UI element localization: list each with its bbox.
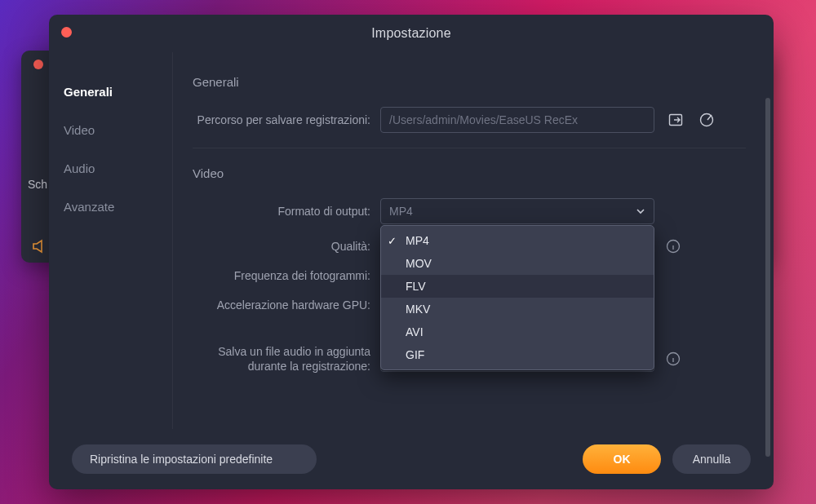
format-option-label: GIF <box>406 348 424 361</box>
quality-label: Qualità: <box>193 239 380 254</box>
cancel-button[interactable]: Annulla <box>672 444 751 474</box>
output-format-dropdown[interactable]: ✓MP4MOVFLVMKVAVIGIF <box>380 225 654 370</box>
info-icon[interactable] <box>666 239 681 254</box>
output-format-value: MP4 <box>389 205 413 218</box>
sidebar-item-video[interactable]: Video <box>49 115 172 145</box>
output-format-select[interactable]: MP4 <box>380 198 654 224</box>
format-option-mkv[interactable]: MKV <box>381 298 654 321</box>
sidebar-item-audio[interactable]: Audio <box>49 153 172 183</box>
window-titlebar: Impostazione <box>49 15 774 52</box>
format-option-mov[interactable]: MOV <box>381 252 654 275</box>
format-option-label: MKV <box>406 303 430 316</box>
settings-content: Generali Percorso per salvare registrazi… <box>173 52 774 429</box>
close-icon[interactable] <box>61 27 72 38</box>
output-format-label: Formato di output: <box>193 204 380 219</box>
format-option-label: MP4 <box>406 234 429 247</box>
check-icon: ✓ <box>388 235 397 247</box>
sidebar-item-avanzate[interactable]: Avanzate <box>49 192 172 222</box>
section-divider <box>193 148 746 148</box>
format-option-label: FLV <box>406 280 426 293</box>
chevron-down-icon <box>636 206 645 216</box>
save-path-input[interactable]: /Users/admin/Movies/EaseUS RecEx <box>380 107 654 133</box>
section-heading-generali: Generali <box>193 75 746 89</box>
sidebar: Generali Video Audio Avanzate <box>49 52 173 429</box>
close-dot-icon <box>33 60 43 69</box>
background-text: Sch <box>28 178 47 191</box>
section-heading-video: Video <box>193 166 746 180</box>
locate-icon[interactable] <box>697 110 716 130</box>
gpu-accel-label: Accelerazione hardware GPU: <box>193 298 380 312</box>
sidebar-item-generali[interactable]: Generali <box>49 77 172 107</box>
open-folder-icon[interactable] <box>666 110 685 130</box>
format-option-mp4[interactable]: ✓MP4 <box>381 229 654 252</box>
framerate-label: Frequenza dei fotogrammi: <box>193 268 380 283</box>
extra-audio-label: Salva un file audio in aggiunta durante … <box>193 344 380 374</box>
footer: Ripristina le impostazioni predefinite O… <box>49 429 774 489</box>
reset-defaults-button[interactable]: Ripristina le impostazioni predefinite <box>72 444 317 474</box>
settings-window: Impostazione Generali Video Audio Avanza… <box>49 15 774 489</box>
format-option-avi[interactable]: AVI <box>381 321 654 343</box>
format-option-flv[interactable]: FLV <box>381 275 654 298</box>
scrollbar-thumb[interactable] <box>765 98 770 457</box>
save-path-value: /Users/admin/Movies/EaseUS RecEx <box>389 113 578 126</box>
save-path-label: Percorso per salvare registrazioni: <box>193 113 380 127</box>
format-option-label: MOV <box>406 257 432 270</box>
format-option-gif[interactable]: GIF <box>381 343 654 366</box>
info-icon[interactable] <box>666 351 681 366</box>
window-title: Impostazione <box>49 26 774 41</box>
speaker-icon <box>31 238 51 258</box>
row-save-path: Percorso per salvare registrazioni: /Use… <box>193 107 746 133</box>
row-output-format: Formato di output: MP4 ✓MP4MOVFLVMKVAVIG… <box>193 198 746 224</box>
format-option-label: AVI <box>406 325 424 338</box>
ok-button[interactable]: OK <box>583 444 661 474</box>
